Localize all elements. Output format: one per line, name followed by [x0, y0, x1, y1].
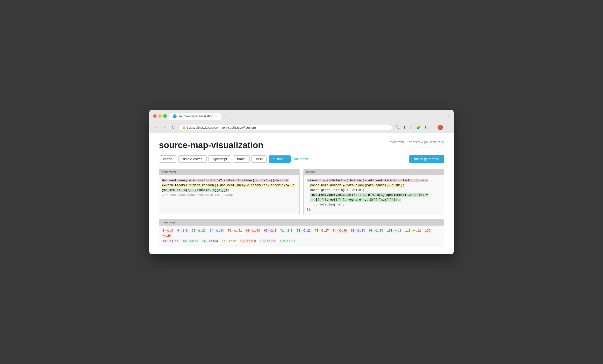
page-title: source-map-visualization: [159, 140, 263, 150]
gen-line-3: you are no. ${e}!`,console.log(e)}));: [162, 188, 296, 193]
maximize-button[interactable]: [163, 114, 167, 118]
code-panels: generated document.querySelector("button…: [159, 169, 444, 215]
mapping-entry: 23->1:23: [191, 229, 206, 233]
mappings-panel: mappings 0->1:0 9->1:9 23->1:23 34->1:34…: [159, 219, 444, 247]
mapping-entry: 163->4:93: [202, 239, 218, 243]
generated-panel-body[interactable]: document.querySelector("button")?.addEve…: [159, 175, 299, 214]
generated-panel-header: generated: [159, 169, 299, 175]
gen-line-1: document.querySelector("button")?.addEve…: [162, 178, 296, 183]
url-text: sokra.github.io/source-map-visualization…: [187, 126, 389, 129]
original-panel-body[interactable]: document.querySelector('button')?.addEve…: [304, 175, 444, 215]
generated-panel: generated document.querySelector("button…: [159, 169, 300, 215]
mapping-entry: 182->5:14: [279, 239, 296, 243]
tab-favicon-icon: [173, 114, 177, 118]
mapping-entry: 78->2:27: [314, 229, 329, 233]
mapping-entry: 51->1:51: [227, 229, 242, 233]
mappings-panel-body: 0->1:0 9->1:9 23->1:23 34->1:34 51->1:51…: [159, 225, 444, 247]
sidebar-icon[interactable]: ▭: [431, 125, 434, 129]
forward-button[interactable]: →: [162, 125, 168, 130]
mapping-entry: 88->2:33: [350, 229, 366, 233]
mapping-entry: 9->1:9: [177, 229, 188, 233]
gen-line-2: e=Math.floor(101*Math.random());document…: [162, 183, 296, 188]
repo-link[interactable]: repo: [438, 140, 444, 144]
mapping-entry: 103->4:3: [386, 229, 402, 233]
download-icon[interactable]: ⬇: [424, 125, 427, 129]
refresh-button[interactable]: ↻: [171, 125, 176, 130]
page-content: source-map-visualization made with ♡ by …: [149, 133, 454, 255]
mapping-entry: 73->2:22: [296, 229, 311, 233]
simple-coffee-button[interactable]: simple-coffee: [178, 155, 207, 163]
mapping-entry: 60->1:60: [245, 229, 260, 233]
mapping-entry: 176->5:10: [240, 239, 256, 243]
back-button[interactable]: ←: [153, 125, 159, 130]
button-bar: coffee simple-coffee typescript babel sa…: [159, 155, 444, 163]
made-with: made with ♡ by sokra & paulirish. repo: [390, 140, 444, 144]
new-tab-button[interactable]: +: [222, 113, 229, 120]
original-panel: original document.querySelector('button'…: [303, 169, 444, 215]
minify-generated-button[interactable]: minify generated: [409, 155, 444, 163]
mapping-entry: 34->1:34: [209, 229, 224, 233]
traffic-lights: [153, 114, 167, 118]
mapping-entry: 71->2:8: [280, 229, 293, 233]
mapping-entry: 0->1:0: [162, 229, 174, 233]
mapping-entry: 141->4:68: [182, 239, 198, 243]
mapping-entry: 168->5:2: [221, 239, 236, 243]
orig-line-3: const greet: string = 'Hello';: [307, 188, 441, 193]
tab-label: source-map-visualization: [179, 114, 213, 118]
minimize-button[interactable]: [158, 114, 162, 118]
tab-close-button[interactable]: ✕: [215, 115, 217, 118]
active-tab[interactable]: source-map-visualization ✕: [169, 113, 221, 120]
mapping-entry: 65->2:2: [264, 229, 277, 233]
orig-line-1: document.querySelector('button')?.addEve…: [307, 178, 441, 183]
orig-line-7: });: [307, 207, 441, 212]
original-panel-header: original: [304, 169, 444, 175]
mappings-panel-header: mappings: [159, 219, 444, 225]
search-icon[interactable]: 🔍: [395, 125, 400, 129]
user-avatar[interactable]: [438, 125, 443, 130]
menu-icon[interactable]: ⋮: [446, 125, 450, 129]
browser-window: source-map-visualization ✕ + ⌄ ← → ↻ 🔒 s…: [149, 110, 454, 255]
share-icon[interactable]: ⬆: [403, 125, 406, 129]
extensions-icon[interactable]: 🧩: [416, 125, 421, 129]
orig-line-4: (document.querySelector('p') as HTMLPara…: [307, 193, 441, 198]
mapping-entry: 131->4:56: [162, 239, 179, 243]
coffee-button[interactable]: coffee: [159, 155, 176, 163]
sass-button[interactable]: sass: [252, 155, 267, 163]
orig-line-5: `${'{'}greet{'}'}, you are no. ${'{'}num…: [307, 198, 441, 202]
orig-line-6: console.log(num);: [307, 202, 441, 207]
address-input[interactable]: 🔒 sokra.github.io/source-map-visualizati…: [179, 124, 392, 131]
mapping-entry: 93->2:38: [369, 229, 384, 233]
title-bar: source-map-visualization ✕ + ⌄: [149, 110, 454, 122]
bookmark-icon[interactable]: ☆: [410, 125, 413, 129]
tab-overflow-icon: ⌄: [447, 114, 450, 118]
orig-line-2: const num: number = Math.floor(Math.rand…: [307, 183, 441, 188]
babel-button[interactable]: babel: [233, 155, 250, 163]
mapping-entry: 84->2:49: [332, 229, 348, 233]
mapping-entry: 180->5:14: [259, 239, 276, 243]
lock-icon: 🔒: [182, 126, 186, 129]
address-bar: ← → ↻ 🔒 sokra.github.io/source-map-visua…: [149, 122, 454, 133]
mapping-entry: 112->4:12: [405, 229, 421, 233]
tab-bar: source-map-visualization ✕ + ⌄: [169, 113, 450, 120]
page-header: source-map-visualization made with ♡ by …: [159, 140, 444, 150]
custom-button[interactable]: custom...: [269, 155, 291, 163]
gen-line-4: //# sourceMappingURL=example.min.js.map: [162, 193, 296, 198]
link-to-this[interactable]: Link to this: [292, 157, 309, 161]
close-button[interactable]: [153, 114, 157, 118]
typescript-button[interactable]: typescript: [209, 155, 231, 163]
toolbar-icons: 🔍 ⬆ ☆ 🧩 ⬇ ▭ ⋮: [395, 125, 450, 130]
